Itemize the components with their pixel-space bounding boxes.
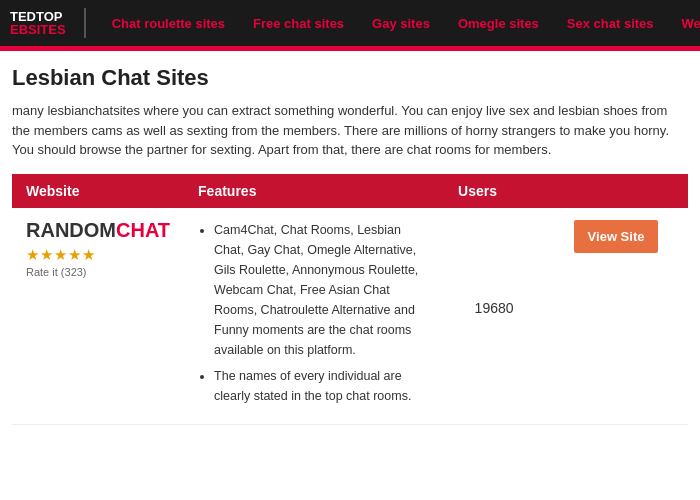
logo-line2: EBSITES [10,23,66,36]
col-header-website: Website [12,174,184,208]
website-cell: RANDOMCHAT ★★★★★ Rate it (323) [12,208,184,425]
logo-random: RANDOM [26,219,116,241]
table-row: RANDOMCHAT ★★★★★ Rate it (323) Cam4Chat,… [12,208,688,425]
features-list: Cam4Chat, Chat Rooms, Lesbian Chat, Gay … [198,220,430,406]
nav-sex-chat[interactable]: Sex chat sites [553,16,668,31]
main-nav: Chat roulette sites Free chat sites Gay … [98,16,700,31]
table-header-row: Website Features Users [12,174,688,208]
nav-chat-roulette[interactable]: Chat roulette sites [98,16,239,31]
main-content: Lesbian Chat Sites many lesbianchatsites… [0,51,700,435]
logo-chat: CHAT [116,219,170,241]
col-header-action [544,174,688,208]
rating-label: Rate it (323) [26,266,87,278]
page-title: Lesbian Chat Sites [12,65,688,91]
users-count: 19680 [458,220,530,316]
nav-gay-sites[interactable]: Gay sites [358,16,444,31]
view-site-button[interactable]: View Site [574,220,659,253]
nav-free-chat[interactable]: Free chat sites [239,16,358,31]
nav-omegle-sites[interactable]: Omegle sites [444,16,553,31]
nav-webcam[interactable]: Webc... [668,16,700,31]
features-cell: Cam4Chat, Chat Rooms, Lesbian Chat, Gay … [184,208,444,425]
users-cell: 19680 [444,208,544,425]
website-info: RANDOMCHAT ★★★★★ Rate it (323) [26,220,170,278]
site-logo: TEDTOP EBSITES [10,10,66,36]
col-header-users: Users [444,174,544,208]
feature-item-2: The names of every individual are clearl… [214,366,430,406]
feature-item-1: Cam4Chat, Chat Rooms, Lesbian Chat, Gay … [214,220,430,360]
intro-text: many lesbianchatsites where you can extr… [12,101,688,160]
sites-table: Website Features Users RANDOMCHAT ★★★★★ … [12,174,688,425]
logo-separator [84,8,86,38]
col-header-features: Features [184,174,444,208]
site-logo-text: RANDOMCHAT [26,220,170,240]
header: TEDTOP EBSITES Chat roulette sites Free … [0,0,700,46]
action-cell: View Site [544,208,688,425]
star-rating[interactable]: ★★★★★ [26,246,96,264]
